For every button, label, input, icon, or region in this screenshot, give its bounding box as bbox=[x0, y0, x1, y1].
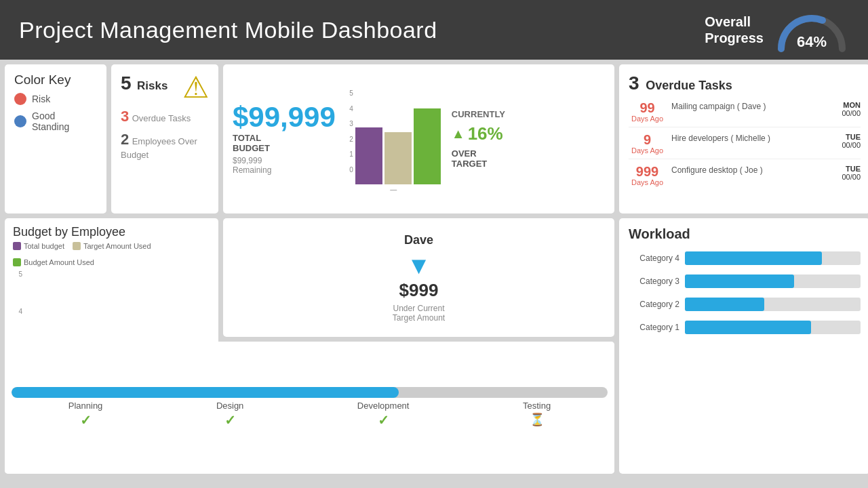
od-desc-1: Mailing campaign ( Dave ) bbox=[671, 101, 821, 113]
legend-dot-target bbox=[73, 242, 81, 250]
od-day-2: TUE bbox=[827, 133, 861, 141]
phase-development-check: ✓ bbox=[378, 412, 389, 428]
overdue-total-label: Overdue Tasks bbox=[646, 79, 732, 92]
color-key-title: Color Key bbox=[14, 73, 97, 87]
legend-budget: Budget Amount Used bbox=[13, 258, 94, 266]
dave-name: Dave bbox=[393, 233, 445, 247]
dave-section: Dave ▼ $999 Under CurrentTarget Amount bbox=[393, 233, 445, 323]
workload-bar-3 bbox=[685, 274, 794, 288]
budget-stats-card: $99,999 TOTALBUDGET $99,999Remaining 012… bbox=[223, 64, 614, 214]
phases-card: Planning ✓ Design ✓ Development ✓ Testin… bbox=[5, 342, 614, 474]
dave-description: Under CurrentTarget Amount bbox=[393, 304, 445, 323]
phase-design: Design ✓ bbox=[216, 401, 243, 428]
budget-left: $99,999 TOTALBUDGET $99,999Remaining bbox=[233, 103, 336, 175]
good-dot bbox=[14, 115, 26, 127]
overdue-total-count: 3 bbox=[629, 73, 639, 94]
mini-yaxis: 012345 bbox=[347, 89, 353, 184]
target-label: OVERTARGET bbox=[452, 148, 505, 169]
overdue-item-3: 999 Days Ago Configure desktop ( Joe ) T… bbox=[629, 165, 861, 190]
risk-label: Risk bbox=[32, 94, 50, 104]
budget-mini-chart: 012345 — bbox=[347, 85, 441, 193]
workload-bar-wrap-2 bbox=[685, 298, 861, 311]
legend-label-target: Target Amount Used bbox=[83, 242, 151, 250]
phases-fill bbox=[12, 387, 399, 398]
od-date-num-1: 00/00 bbox=[827, 109, 861, 117]
phase-testing-name: Testing bbox=[523, 401, 551, 411]
currently-pct: 16% bbox=[468, 123, 503, 144]
phases-labels: Planning ✓ Design ✓ Development ✓ Testin… bbox=[12, 401, 608, 428]
gauge: 64% bbox=[774, 8, 849, 52]
overdue-label: Overdue Tasks bbox=[132, 113, 191, 123]
od-date-num-3: 00/00 bbox=[827, 173, 861, 181]
workload-label-2: Category 2 bbox=[629, 300, 679, 309]
workload-bar-2 bbox=[685, 298, 764, 311]
phases-wrap: Planning ✓ Design ✓ Development ✓ Testin… bbox=[12, 387, 608, 428]
od-days-lbl-1: Days Ago bbox=[629, 115, 666, 123]
currently-label: CURRENTLY bbox=[452, 109, 505, 119]
workload-bar-wrap-1 bbox=[685, 321, 861, 334]
phase-planning-check: ✓ bbox=[80, 412, 92, 428]
od-date-num-2: 00/00 bbox=[827, 141, 861, 149]
risk-count: 5 bbox=[121, 73, 132, 94]
od-days-num-2: 9 bbox=[629, 133, 666, 146]
gauge-value: 64% bbox=[797, 33, 827, 51]
page-title: Project Management Mobile Dashboard bbox=[19, 17, 437, 43]
phase-testing-icon: ⏳ bbox=[530, 412, 545, 427]
phase-planning-name: Planning bbox=[68, 401, 103, 411]
up-arrow-icon: ▲ bbox=[452, 126, 465, 142]
workload-label-3: Category 3 bbox=[629, 277, 679, 286]
legend-dot-total bbox=[13, 242, 21, 250]
mini-bar-green bbox=[414, 108, 441, 184]
overdue-row: 3 Overdue Tasks bbox=[121, 108, 209, 125]
risks-label: Risks bbox=[137, 79, 167, 92]
risk-count-wrap: 5 Risks bbox=[121, 73, 167, 94]
employees-row: 2 Employees Over Budget bbox=[121, 131, 209, 161]
legend-dot-budget bbox=[13, 258, 21, 266]
od-days-3: 999 Days Ago bbox=[629, 165, 666, 186]
workload-row-1: Category 1 bbox=[629, 321, 861, 334]
legend-label-budget: Budget Amount Used bbox=[24, 258, 94, 266]
color-key-good: GoodStanding bbox=[14, 110, 97, 132]
mini-chart-label: — bbox=[347, 186, 441, 193]
mini-bar-tan bbox=[384, 132, 412, 184]
od-days-num-1: 99 bbox=[629, 101, 666, 115]
budget-chart-legend: Total budget Target Amount Used Budget A… bbox=[13, 242, 210, 266]
phase-development: Development ✓ bbox=[357, 401, 410, 428]
good-label: GoodStanding bbox=[32, 110, 69, 132]
risk-dot bbox=[14, 93, 26, 105]
budget-remaining: $99,999Remaining bbox=[233, 156, 336, 175]
phase-planning: Planning ✓ bbox=[68, 401, 103, 428]
overall-progress-label: OverallProgress bbox=[705, 14, 764, 46]
budget-detail-card: Dave ▼ $999 Under CurrentTarget Amount bbox=[223, 218, 614, 337]
workload-bar-wrap-3 bbox=[685, 274, 861, 288]
workload-label-4: Category 4 bbox=[629, 253, 679, 263]
legend-target: Target Amount Used bbox=[73, 242, 151, 250]
phase-design-name: Design bbox=[216, 401, 243, 411]
od-date-2: TUE 00/00 bbox=[827, 133, 861, 149]
budget-right: CURRENTLY ▲ 16% OVERTARGET bbox=[452, 109, 505, 169]
mini-bar-purple bbox=[355, 127, 382, 184]
header: Project Management Mobile Dashboard Over… bbox=[0, 0, 868, 60]
od-day-1: MON bbox=[827, 101, 861, 109]
od-days-1: 99 Days Ago bbox=[629, 101, 666, 123]
currently-pct-wrap: ▲ 16% bbox=[452, 123, 505, 144]
workload-row-3: Category 3 bbox=[629, 274, 861, 288]
workload-bar-1 bbox=[685, 321, 811, 334]
overdue-item-2: 9 Days Ago Hire developers ( Michelle ) … bbox=[629, 133, 861, 159]
workload-bar-wrap-4 bbox=[685, 251, 861, 265]
employees-label: Employees Over Budget bbox=[121, 136, 197, 160]
overdue-item-1: 99 Days Ago Mailing campaign ( Dave ) MO… bbox=[629, 101, 861, 127]
od-date-3: TUE 00/00 bbox=[827, 165, 861, 181]
dashboard-content: Color Key Risk GoodStanding 5 Risks ⚠ 3 … bbox=[0, 60, 868, 488]
workload-bar-4 bbox=[685, 251, 822, 265]
od-date-1: MON 00/00 bbox=[827, 101, 861, 117]
workload-label-1: Category 1 bbox=[629, 323, 679, 332]
budget-chart-title: Budget by Employee bbox=[13, 225, 210, 239]
legend-label-total: Total budget bbox=[24, 242, 64, 250]
overall-progress: OverallProgress 64% bbox=[705, 8, 849, 52]
od-days-lbl-3: Days Ago bbox=[629, 178, 666, 186]
legend-total: Total budget bbox=[13, 242, 64, 250]
budget-amount: $99,999 bbox=[233, 103, 336, 131]
mini-bars: 012345 bbox=[347, 89, 441, 184]
phase-design-check: ✓ bbox=[224, 412, 236, 428]
